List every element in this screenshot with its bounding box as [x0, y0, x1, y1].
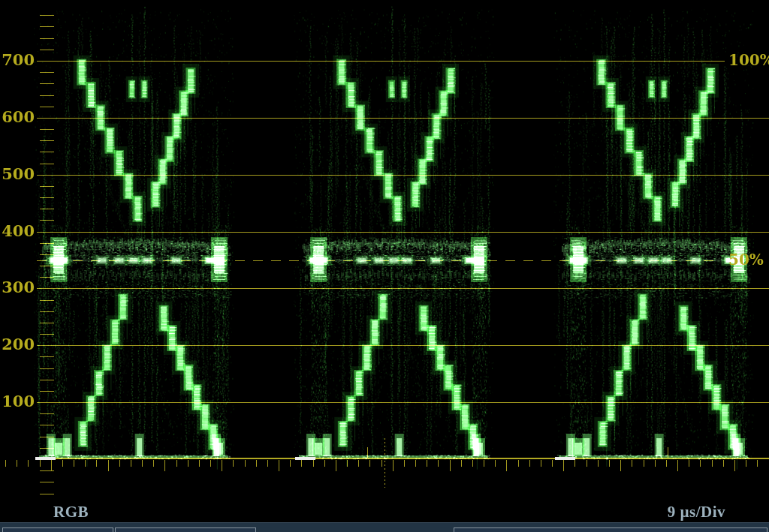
- ref-label-100pct: 100%: [728, 52, 769, 68]
- y-axis-label-600: 600: [0, 109, 35, 125]
- y-axis-label-100: 100: [0, 393, 35, 410]
- y-axis-label-300: 300: [0, 279, 35, 296]
- menu-slot-1[interactable]: [2, 527, 113, 532]
- y-axis-label-700: 700: [0, 52, 35, 68]
- ref-label-50pct: 50%: [728, 251, 764, 268]
- menu-slot-3[interactable]: [454, 527, 767, 532]
- waveform-monitor-screen: 700 600 500 400 300 200 100 100% 50% RGB…: [0, 0, 769, 532]
- waveform-canvas: [0, 0, 769, 532]
- y-axis-label-500: 500: [0, 166, 35, 182]
- timebase-readout: 9 µs/Div: [658, 503, 725, 521]
- menu-slot-2[interactable]: [115, 527, 256, 532]
- y-axis-label-400: 400: [0, 223, 35, 239]
- mode-readout: RGB: [53, 503, 89, 521]
- y-axis-label-200: 200: [0, 336, 35, 353]
- menu-bar: [0, 522, 769, 532]
